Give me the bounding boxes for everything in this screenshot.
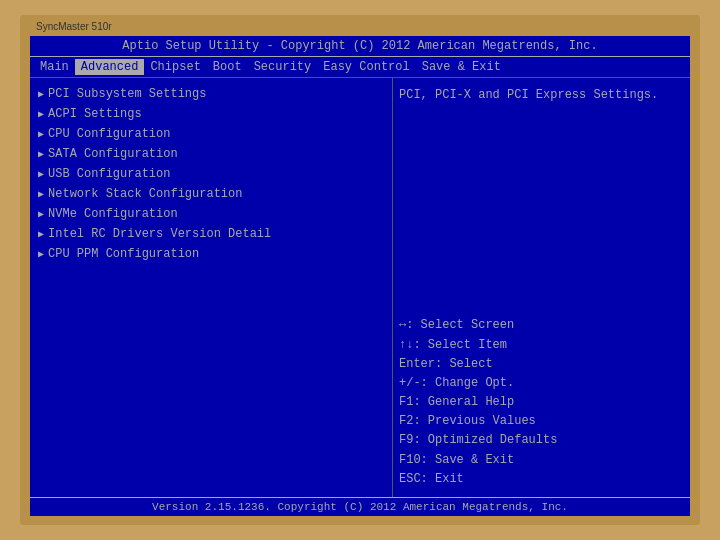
help-line: ↔: Select Screen [399,316,684,335]
help-line: F10: Save & Exit [399,451,684,470]
help-line: ESC: Exit [399,470,684,489]
arrow-icon: ▶ [38,148,44,160]
help-section: ↔: Select Screen↑↓: Select ItemEnter: Se… [399,316,684,489]
entry-label: Network Stack Configuration [48,187,242,201]
bios-title: Aptio Setup Utility - Copyright (C) 2012… [30,36,690,57]
monitor-frame: SyncMaster 510r Aptio Setup Utility - Co… [20,15,700,525]
help-line: F1: General Help [399,393,684,412]
menu-item-main[interactable]: Main [34,59,75,75]
entry-label: CPU Configuration [48,127,170,141]
entry-label: Intel RC Drivers Version Detail [48,227,271,241]
left-entry[interactable]: ▶SATA Configuration [36,146,386,162]
arrow-icon: ▶ [38,248,44,260]
entry-label: SATA Configuration [48,147,178,161]
menu-item-easy-control[interactable]: Easy Control [317,59,415,75]
entry-label: PCI Subsystem Settings [48,87,206,101]
help-line: Enter: Select [399,355,684,374]
left-entry[interactable]: ▶ACPI Settings [36,106,386,122]
help-line: ↑↓: Select Item [399,336,684,355]
menu-item-save-and-exit[interactable]: Save & Exit [416,59,507,75]
menu-item-advanced[interactable]: Advanced [75,59,145,75]
left-entry[interactable]: ▶NVMe Configuration [36,206,386,222]
arrow-icon: ▶ [38,188,44,200]
left-entry[interactable]: ▶PCI Subsystem Settings [36,86,386,102]
arrow-icon: ▶ [38,128,44,140]
arrow-icon: ▶ [38,228,44,240]
right-panel: PCI, PCI-X and PCI Express Settings. ↔: … [393,78,690,497]
left-entry[interactable]: ▶CPU PPM Configuration [36,246,386,262]
description-text: PCI, PCI-X and PCI Express Settings. [399,86,684,104]
left-entry[interactable]: ▶USB Configuration [36,166,386,182]
left-entry[interactable]: ▶Intel RC Drivers Version Detail [36,226,386,242]
menu-item-boot[interactable]: Boot [207,59,248,75]
arrow-icon: ▶ [38,168,44,180]
entry-label: USB Configuration [48,167,170,181]
help-line: +/-: Change Opt. [399,374,684,393]
footer-bar: Version 2.15.1236. Copyright (C) 2012 Am… [30,497,690,516]
monitor-label: SyncMaster 510r [26,21,112,32]
entry-label: ACPI Settings [48,107,142,121]
entry-label: CPU PPM Configuration [48,247,199,261]
left-entry[interactable]: ▶CPU Configuration [36,126,386,142]
help-line: F2: Previous Values [399,412,684,431]
arrow-icon: ▶ [38,108,44,120]
entry-label: NVMe Configuration [48,207,178,221]
arrow-icon: ▶ [38,208,44,220]
arrow-icon: ▶ [38,88,44,100]
menu-bar: MainAdvancedChipsetBootSecurityEasy Cont… [30,57,690,78]
content-area: ▶PCI Subsystem Settings▶ACPI Settings▶CP… [30,78,690,497]
help-line: F9: Optimized Defaults [399,431,684,450]
menu-item-chipset[interactable]: Chipset [144,59,206,75]
left-panel: ▶PCI Subsystem Settings▶ACPI Settings▶CP… [30,78,393,497]
left-entry[interactable]: ▶Network Stack Configuration [36,186,386,202]
bios-screen: Aptio Setup Utility - Copyright (C) 2012… [30,36,690,516]
menu-item-security[interactable]: Security [248,59,318,75]
